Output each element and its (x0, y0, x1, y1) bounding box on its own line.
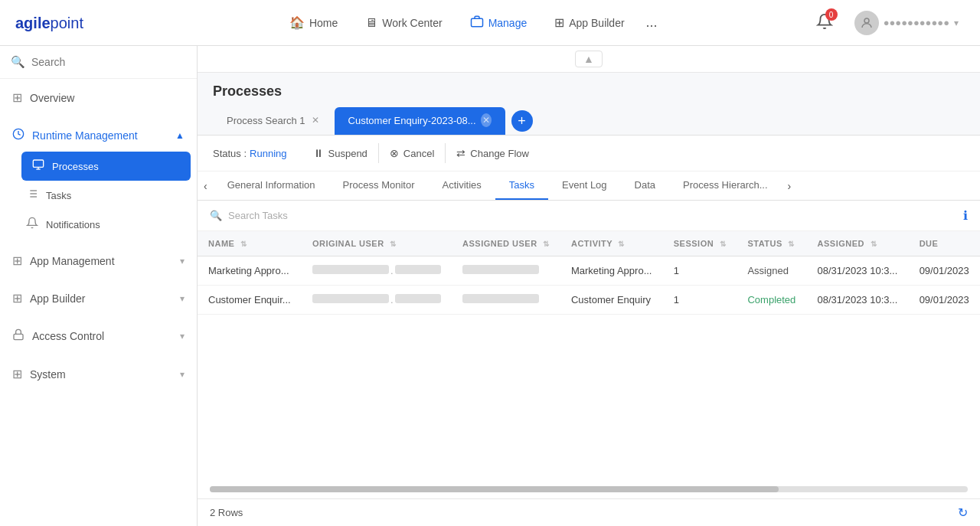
nav-home[interactable]: 🏠 Home (279, 9, 348, 36)
status-sort-icon[interactable]: ⇅ (788, 240, 795, 248)
sidebar-runtime-section: Runtime Management ▲ Processes Tasks (0, 116, 197, 242)
subtab-activities[interactable]: Activities (429, 172, 495, 200)
sidebar-item-app-builder[interactable]: ⊞ App Builder ▾ (0, 283, 197, 314)
system-icon: ⊞ (12, 367, 22, 381)
tab-process-search-1[interactable]: Process Search 1 ✕ (213, 107, 335, 135)
clock-icon (12, 128, 24, 143)
nav-workcenter-label: Work Center (382, 17, 442, 29)
sidebar-runtime-label: Runtime Management (32, 129, 138, 142)
sidebar-accesscontrol-label: Access Control (32, 330, 104, 342)
cell-status-1: Assigned (737, 256, 806, 286)
subtab-eventlog-label: Event Log (562, 179, 607, 191)
assigned-sort-icon[interactable]: ⇅ (871, 240, 877, 248)
notifications-button[interactable]: 0 (812, 8, 838, 37)
assigneduser-sort-icon[interactable]: ⇅ (543, 240, 550, 248)
task-search-input[interactable] (228, 210, 957, 221)
sidebar-runtime-sub: Processes Tasks Notifications (0, 152, 197, 239)
horizontal-scrollbar[interactable] (210, 486, 968, 492)
name-sort-icon[interactable]: ⇅ (240, 240, 247, 248)
subtab-processhierarch-label: Process Hierarch... (683, 179, 768, 191)
cell-activity-1: Marketing Appro... (560, 256, 663, 286)
col-assigneduser: ASSIGNED USER ⇅ (452, 231, 560, 256)
cell-assigned-1: 08/31/2023 10:3... (807, 256, 909, 286)
tasks-table-wrapper: NAME ⇅ ORIGINAL USER ⇅ ASSIGNED USER ⇅ (198, 231, 980, 480)
runtime-chevron-icon: ▲ (175, 130, 185, 141)
change-flow-action[interactable]: ⇄ Change Flow (446, 143, 540, 163)
cell-originaluser-2: . (302, 286, 452, 315)
tab-label-1: Process Search 1 (227, 115, 305, 126)
task-search-row: 🔍 ℹ (198, 201, 980, 231)
appmanagement-chevron-icon: ▾ (180, 256, 185, 266)
svg-rect-0 (471, 18, 482, 27)
subtab-prev-button[interactable]: ‹ (198, 172, 214, 200)
activity-sort-icon[interactable]: ⇅ (618, 240, 625, 248)
cancel-action[interactable]: ⊗ Cancel (379, 143, 446, 163)
nav-manage[interactable]: Manage (459, 8, 538, 38)
sidebar-item-tasks[interactable]: Tasks (15, 181, 197, 210)
collapse-sidebar-button[interactable]: ▲ (575, 51, 603, 67)
tab-customer-enquiry[interactable]: Customer Enquiry-2023-08... ✕ (335, 107, 505, 135)
blurred-text (462, 265, 539, 274)
sidebar-item-system[interactable]: ⊞ System ▾ (0, 358, 197, 390)
subtab-data-label: Data (635, 179, 655, 191)
notifications-badge: 0 (825, 8, 838, 21)
subtab-data[interactable]: Data (621, 172, 669, 200)
status-value: Running (250, 148, 286, 159)
nav-right: 0 ●●●●●●●●●●● ▾ (812, 8, 965, 38)
add-tab-button[interactable]: + (511, 110, 533, 132)
logo[interactable]: agilepoint (15, 13, 83, 33)
sidebar-notifications-label: Notifications (46, 219, 100, 230)
sidebar-item-runtime-management[interactable]: Runtime Management ▲ (0, 119, 197, 152)
sidebar-overview-label: Overview (30, 92, 74, 104)
nav-more-button[interactable]: ... (642, 10, 662, 35)
sidebar-item-processes[interactable]: Processes (21, 152, 191, 181)
subtab-general[interactable]: General Information (214, 172, 329, 200)
content-area: ▲ Processes Process Search 1 ✕ Customer … (198, 46, 980, 526)
lock-icon (12, 328, 24, 344)
info-icon[interactable]: ℹ (963, 208, 968, 223)
close-tab-1-icon[interactable]: ✕ (310, 113, 321, 127)
suspend-label: Suspend (328, 148, 368, 159)
suspend-action[interactable]: ⏸ Suspend (302, 143, 379, 163)
grid-icon: ⊞ (554, 15, 564, 30)
subtab-processhierarch[interactable]: Process Hierarch... (669, 172, 782, 200)
bell-icon (26, 217, 38, 232)
sidebar-system-section: ⊞ System ▾ (0, 355, 197, 393)
table-row[interactable]: Customer Enquir... . Customer Enquiry 1 … (198, 286, 980, 315)
subtab-next-button[interactable]: › (782, 172, 798, 200)
sidebar-appmanagement-label: App Management (30, 255, 115, 267)
changeflow-label: Change Flow (470, 148, 529, 159)
cancel-label: Cancel (403, 148, 434, 159)
subtab-eventlog[interactable]: Event Log (548, 172, 621, 200)
subtab-tasks[interactable]: Tasks (495, 172, 548, 200)
subtab-processmonitor[interactable]: Process Monitor (329, 172, 429, 200)
grid-icon: ⊞ (12, 90, 22, 105)
processes-header: Processes Process Search 1 ✕ Customer En… (198, 73, 980, 136)
session-sort-icon[interactable]: ⇅ (720, 240, 727, 248)
sidebar-item-app-management[interactable]: ⊞ App Management ▾ (0, 245, 197, 276)
sidebar-item-overview[interactable]: ⊞ Overview (0, 82, 197, 113)
processes-icon (32, 158, 44, 174)
user-menu-button[interactable]: ●●●●●●●●●●● ▾ (848, 8, 965, 38)
search-input[interactable] (31, 56, 186, 68)
sidebar-item-notifications[interactable]: Notifications (15, 210, 197, 239)
cell-assigneduser-1 (452, 256, 560, 286)
nav-items: 🏠 Home 🖥 Work Center Manage ⊞ App Builde… (129, 8, 812, 38)
subtab-activities-label: Activities (443, 179, 482, 191)
originaluser-sort-icon[interactable]: ⇅ (390, 240, 397, 248)
col-status: STATUS ⇅ (737, 231, 806, 256)
main-layout: 🔍 ⊞ Overview Runtime Management ▲ (0, 46, 980, 526)
cell-due-1: 09/01/2023 (909, 256, 980, 286)
close-tab-2-icon[interactable]: ✕ (481, 113, 492, 127)
nav-appbuilder[interactable]: ⊞ App Builder (544, 9, 635, 36)
tab-label-2: Customer Enquiry-2023-08... (348, 115, 476, 126)
refresh-button[interactable]: ↻ (958, 505, 968, 520)
nav-workcenter[interactable]: 🖥 Work Center (354, 10, 452, 36)
sidebar-tasks-label: Tasks (46, 190, 71, 201)
table-row[interactable]: Marketing Appro... . Marketing Appro... … (198, 256, 980, 286)
sidebar-item-access-control[interactable]: Access Control ▾ (0, 320, 197, 352)
sidebar: 🔍 ⊞ Overview Runtime Management ▲ (0, 46, 198, 526)
sidebar-processes-label: Processes (52, 161, 99, 172)
monitor-icon: 🖥 (365, 16, 377, 30)
changeflow-icon: ⇄ (456, 147, 466, 159)
